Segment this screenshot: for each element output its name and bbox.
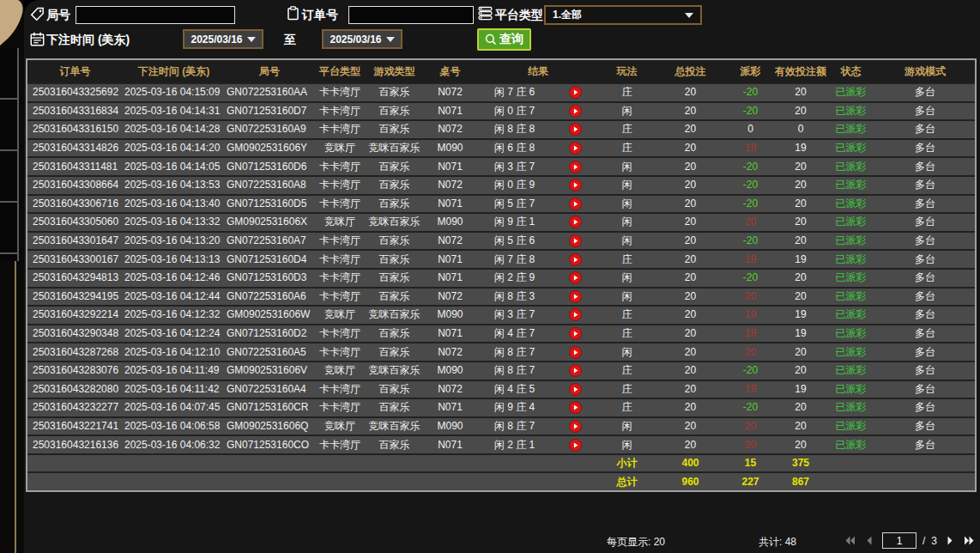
play-video-button[interactable] (569, 252, 583, 266)
table-row: 2503160433148262025-03-16 04:14:20GM0902… (27, 138, 975, 157)
play-video-button[interactable] (569, 104, 583, 118)
first-page-button[interactable] (843, 534, 856, 548)
payout: 19 (726, 380, 775, 398)
order-input[interactable] (348, 6, 474, 24)
platform-type: 卡卡湾厅 (314, 195, 366, 213)
game-mode: 多台 (875, 232, 975, 250)
header-round-id: 局号 (225, 63, 314, 81)
order-id: 250316043294195 (27, 288, 123, 306)
table-row: 2503160432820802025-03-16 04:11:42GN0722… (27, 380, 975, 398)
chevron-down-icon (247, 37, 256, 42)
table-row: 2503160432830762025-03-16 04:11:49GM0902… (27, 361, 975, 380)
play-video-button[interactable] (569, 234, 583, 248)
bet-time: 2025-03-16 04:12:44 (123, 288, 225, 306)
platform-type: 卡卡湾厅 (314, 288, 366, 306)
next-page-button[interactable] (943, 534, 957, 548)
play-icon (569, 439, 582, 452)
play-video-button[interactable] (569, 216, 583, 229)
play-video-button[interactable] (569, 327, 583, 341)
status: 已派彩 (826, 195, 875, 213)
page-divider: / (923, 535, 925, 547)
total-bet: 20 (655, 83, 726, 101)
play-video-button[interactable] (569, 382, 583, 396)
last-page-button[interactable] (963, 534, 977, 548)
play-video-button[interactable] (569, 345, 583, 359)
game-mode: 多台 (875, 306, 975, 324)
subtotal-label: 小计 (599, 454, 655, 472)
order-id: 250316043314826 (27, 139, 123, 157)
play-cell (552, 197, 599, 210)
play-video-button[interactable] (569, 401, 583, 415)
bet-play-type: 闲 (599, 195, 655, 213)
game-mode: 多台 (875, 158, 975, 176)
game-mode: 多台 (875, 380, 975, 398)
result: 闲 4 庄 7 (477, 325, 552, 343)
table-row: 2503160433016472025-03-16 04:13:20GN0722… (27, 231, 975, 250)
game-mode: 多台 (875, 398, 975, 416)
round-id: GN072253160A6 (225, 288, 314, 306)
status: 已派彩 (826, 398, 875, 416)
payout: 19 (726, 325, 775, 343)
payout: 19 (726, 251, 775, 269)
play-cell (552, 308, 599, 322)
play-icon (569, 364, 582, 377)
result: 闲 0 庄 9 (477, 176, 552, 194)
table-number: N071 (423, 158, 477, 176)
status: 已派彩 (826, 288, 875, 306)
game-mode: 多台 (875, 417, 975, 435)
play-video-button[interactable] (569, 86, 583, 100)
play-icon (569, 290, 582, 303)
play-video-button[interactable] (569, 179, 583, 192)
play-video-button[interactable] (569, 419, 583, 433)
game-type: 竞咪百家乐 (366, 362, 423, 380)
table-number: N071 (423, 269, 477, 287)
table-row: 2503160433050602025-03-16 04:13:32GM0902… (27, 212, 975, 231)
play-video-button[interactable] (569, 142, 583, 155)
total-bet: 20 (655, 158, 726, 176)
total-payout: 227 (726, 473, 775, 491)
table-row: 2503160433256922025-03-16 04:15:09GN0722… (27, 82, 975, 101)
play-cell (552, 104, 599, 118)
play-cell (552, 160, 599, 173)
total-bet: 20 (655, 195, 726, 213)
result: 闲 8 庄 3 (477, 288, 552, 306)
total-bet: 20 (655, 139, 726, 157)
list-icon (478, 6, 493, 21)
total-row: 总计 960 227 867 (27, 471, 975, 490)
bet-play-type: 闲 (599, 269, 655, 287)
header-payout: 派彩 (726, 63, 775, 81)
bet-time: 2025-03-16 04:06:58 (123, 417, 225, 435)
bet-play-type: 闲 (599, 288, 655, 306)
date-to-select[interactable]: 2025/03/16 (322, 29, 402, 49)
total-count-value: 48 (785, 536, 796, 548)
platform-type: 卡卡湾厅 (314, 102, 366, 120)
previous-page-button[interactable] (862, 534, 876, 548)
subtotal-payout: 15 (726, 454, 775, 472)
play-video-button[interactable] (569, 160, 583, 173)
game-mode: 多台 (875, 195, 975, 213)
play-video-button[interactable] (569, 438, 583, 452)
play-video-button[interactable] (569, 308, 583, 322)
status: 已派彩 (826, 251, 875, 269)
play-video-button[interactable] (569, 123, 583, 137)
date-from-select[interactable]: 2025/03/16 (183, 29, 263, 49)
table-row: 2503160433161502025-03-16 04:14:28GN0722… (27, 119, 975, 138)
header-status: 状态 (826, 63, 875, 81)
game-type: 竞咪百家乐 (366, 306, 423, 324)
play-video-button[interactable] (569, 271, 583, 285)
bet-time: 2025-03-16 04:12:10 (123, 343, 225, 362)
play-video-button[interactable] (569, 364, 583, 378)
platform-select[interactable]: 1.全部 (544, 5, 702, 25)
page-number-input[interactable] (882, 532, 916, 549)
first-page-icon (844, 535, 856, 546)
payout: -20 (726, 362, 775, 380)
status: 已派彩 (826, 417, 875, 435)
result: 闲 5 庄 7 (477, 195, 552, 213)
play-video-button[interactable] (569, 197, 583, 210)
round-input[interactable] (76, 6, 235, 24)
play-video-button[interactable] (569, 289, 583, 303)
play-cell (552, 364, 599, 378)
query-button[interactable]: 查询 (477, 28, 531, 51)
game-mode: 多台 (875, 251, 975, 269)
round-id: GN071253160D4 (225, 251, 314, 269)
